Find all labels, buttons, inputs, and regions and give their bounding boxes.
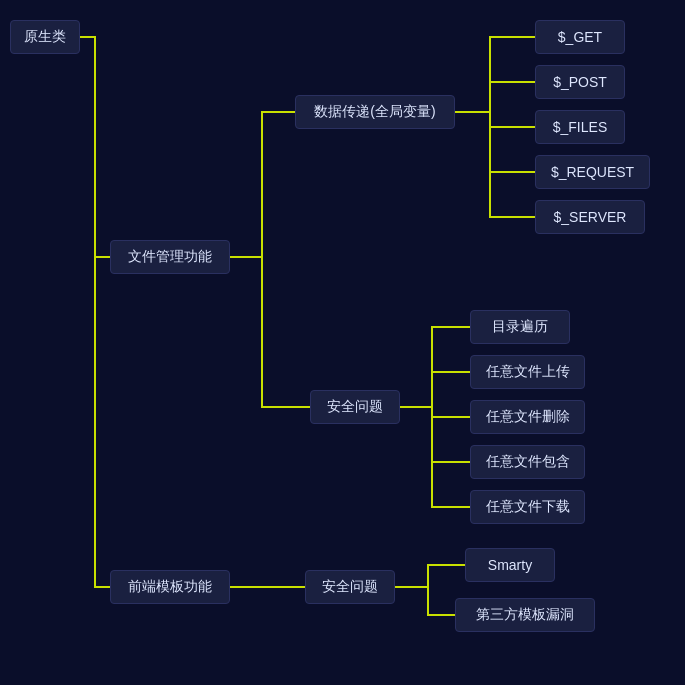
node-get: $_GET: [535, 20, 625, 54]
node-download: 任意文件下载: [470, 490, 585, 524]
node-server: $_SERVER: [535, 200, 645, 234]
node-frontend: 前端模板功能: [110, 570, 230, 604]
node-request: $_REQUEST: [535, 155, 650, 189]
node-dir-traverse: 目录遍历: [470, 310, 570, 344]
node-data-transfer: 数据传递(全局变量): [295, 95, 455, 129]
node-include: 任意文件包含: [470, 445, 585, 479]
node-file-mgmt: 文件管理功能: [110, 240, 230, 274]
node-root: 原生类: [10, 20, 80, 54]
node-security1: 安全问题: [310, 390, 400, 424]
node-delete: 任意文件删除: [470, 400, 585, 434]
node-third-party: 第三方模板漏洞: [455, 598, 595, 632]
mind-map: 原生类 文件管理功能 数据传递(全局变量) $_GET $_POST $_FIL…: [0, 0, 685, 685]
node-post: $_POST: [535, 65, 625, 99]
node-security2: 安全问题: [305, 570, 395, 604]
node-smarty: Smarty: [465, 548, 555, 582]
node-upload: 任意文件上传: [470, 355, 585, 389]
node-files: $_FILES: [535, 110, 625, 144]
